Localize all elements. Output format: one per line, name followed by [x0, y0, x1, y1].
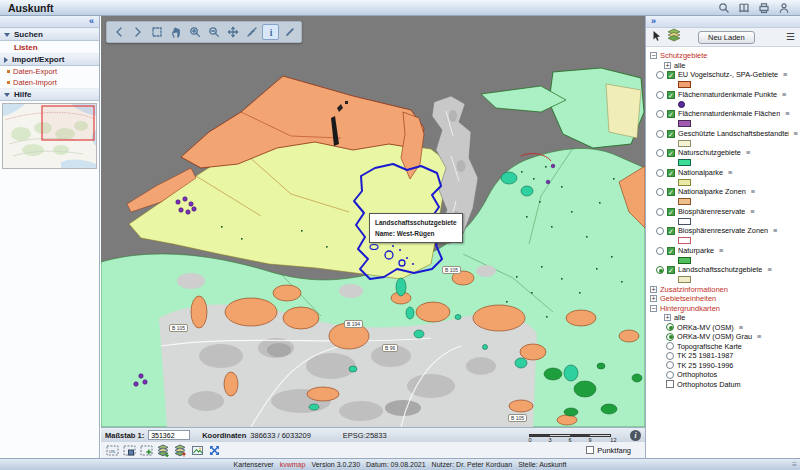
sidebar-item-daten-export[interactable]: Daten-Export [0, 66, 99, 77]
atlas-icon[interactable] [737, 1, 750, 14]
map-canvas[interactable]: i Landschaftsschutzgebiete Name: West-Rü… [101, 16, 645, 427]
full-extent-button[interactable] [148, 24, 165, 40]
layer-radio[interactable] [656, 208, 664, 216]
background-row-topografische-karte[interactable]: Topografische Karte [650, 342, 798, 352]
pan-button[interactable] [167, 24, 184, 40]
panel-collapse-button[interactable]: » [646, 16, 800, 28]
tree-header-schutzgebiete[interactable]: − Schutzgebiete [650, 51, 798, 61]
background-radio[interactable] [666, 361, 674, 369]
background-row-tk25-1981[interactable]: TK 25 1981-1987 [650, 351, 798, 361]
sidebar-collapse-button[interactable]: « [0, 16, 99, 28]
info-circle-icon[interactable]: i [630, 430, 641, 441]
layer-radio[interactable] [656, 91, 664, 99]
layer-checkbox-checked[interactable]: ✓ [667, 169, 675, 177]
overview-map[interactable] [2, 103, 97, 169]
select-all-hintergrundkarten[interactable]: + alle [650, 313, 798, 323]
background-row-orka-osm-grau[interactable]: ORKa-MV (OSM) Grau ≡ [650, 332, 798, 342]
info-button[interactable]: i [262, 24, 279, 40]
layer-menu-icon[interactable]: ≡ [773, 226, 777, 236]
print-icon[interactable] [757, 1, 770, 14]
layer-checkbox-checked[interactable]: ✓ [667, 130, 675, 138]
layer-checkbox-checked[interactable]: ✓ [667, 110, 675, 118]
layer-row-landschaftsschutzgebiete[interactable]: ✓ Landschaftsschutzgebiete ≡ [650, 265, 798, 275]
layer-row-fnd-flaechen[interactable]: ✓ Flächennaturdenkmale Flächen ≡ [650, 109, 798, 119]
add-layer-icon[interactable] [156, 444, 170, 457]
layer-menu-icon[interactable]: ≡ [728, 168, 732, 178]
layer-menu-icon[interactable]: ≡ [751, 187, 755, 197]
background-radio[interactable] [666, 371, 674, 379]
edit-button[interactable] [281, 24, 298, 40]
zoom-out-button[interactable] [205, 24, 222, 40]
layer-row-nationalparke[interactable]: ✓ Nationalparke ≡ [650, 168, 798, 178]
background-radio-selected[interactable] [666, 333, 674, 341]
sidebar-item-listen[interactable]: Listen [0, 41, 99, 53]
layer-menu-icon[interactable]: ≡ [767, 265, 771, 275]
copy-layer-icon[interactable] [173, 444, 187, 457]
layer-menu-icon[interactable]: ≡ [782, 90, 786, 100]
back-button[interactable] [110, 24, 127, 40]
layer-row-naturparke[interactable]: ✓ Naturparke ≡ [650, 246, 798, 256]
zoom-in-button[interactable] [186, 24, 203, 40]
layer-menu-icon[interactable]: ≡ [746, 148, 750, 158]
layer-checkbox-checked[interactable]: ✓ [667, 71, 675, 79]
background-radio-selected[interactable] [666, 323, 674, 331]
layer-menu-icon[interactable]: ≡ [739, 323, 743, 333]
footer-brand-link[interactable]: kvwmap [280, 461, 306, 468]
layer-menu-icon[interactable]: ≡ [757, 332, 761, 342]
sidebar-item-suchen[interactable]: Suchen [0, 28, 99, 41]
map-url-icon[interactable]: URL [105, 444, 119, 457]
expand-box-icon[interactable]: + [664, 62, 671, 69]
expand-box-icon[interactable]: + [664, 314, 671, 321]
layer-checkbox-checked[interactable]: ✓ [667, 188, 675, 196]
tree-header-gebietseinheiten[interactable]: + Gebietseinheiten [650, 294, 798, 304]
tree-header-zusatzinformationen[interactable]: + Zusatzinformationen [650, 285, 798, 295]
background-radio[interactable] [666, 342, 674, 350]
layer-radio[interactable] [656, 130, 664, 138]
resize-map-icon[interactable] [207, 444, 221, 457]
pointer-tool-icon[interactable] [651, 28, 662, 46]
layer-radio[interactable] [656, 110, 664, 118]
export-image-icon[interactable] [190, 444, 204, 457]
search-icon[interactable] [717, 1, 730, 14]
scale-input[interactable] [148, 430, 190, 440]
save-view-icon[interactable] [122, 444, 136, 457]
background-row-tk25-1990[interactable]: TK 25 1990-1996 [650, 361, 798, 371]
layer-radio[interactable] [656, 71, 664, 79]
layer-row-eu-vogelschutz[interactable]: ✓ EU Vogelschutz-, SPA-Gebiete ≡ [650, 70, 798, 80]
collapse-box-icon[interactable]: − [650, 52, 657, 59]
layers-icon[interactable] [667, 28, 681, 46]
layer-menu-icon[interactable]: ≡ [750, 207, 754, 217]
add-view-icon[interactable] [139, 444, 153, 457]
tree-header-hintergrundkarten[interactable]: − Hintergrundkarten [650, 304, 798, 314]
background-radio[interactable] [666, 352, 674, 360]
layer-checkbox-checked[interactable]: ✓ [667, 266, 675, 274]
layer-menu-icon[interactable]: ≡ [785, 109, 789, 119]
layer-menu-icon[interactable]: ≡ [783, 70, 787, 80]
forward-button[interactable] [129, 24, 146, 40]
move-extent-button[interactable] [224, 24, 241, 40]
layer-menu-icon[interactable]: ≡ [794, 129, 798, 139]
layer-radio[interactable] [656, 169, 664, 177]
background-row-orthophotos-datum[interactable]: Orthophotos Datum [650, 380, 798, 390]
resize-grip-icon[interactable]: ≡ [792, 461, 797, 469]
background-checkbox-unchecked[interactable] [666, 380, 674, 388]
select-all-schutzgebiete[interactable]: + alle [650, 61, 798, 71]
layer-menu-icon[interactable]: ≡ [719, 246, 723, 256]
layer-row-fnd-punkte[interactable]: ✓ Flächennaturdenkmale Punkte ≡ [650, 90, 798, 100]
expand-box-icon[interactable]: + [650, 295, 657, 302]
punktfang-checkbox[interactable] [586, 446, 594, 454]
sidebar-item-import-export[interactable]: Import/Export [0, 53, 99, 66]
layer-checkbox-checked[interactable]: ✓ [667, 149, 675, 157]
layer-checkbox-checked[interactable]: ✓ [667, 247, 675, 255]
layer-row-biosphaerenreservate-zonen[interactable]: ✓ Biosphärenreservate Zonen ≡ [650, 226, 798, 236]
sidebar-item-hilfe[interactable]: Hilfe [0, 88, 99, 101]
layer-row-naturschutzgebiete[interactable]: ✓ Naturschutzgebiete ≡ [650, 148, 798, 158]
layer-row-geschuetzte-lb[interactable]: ✓ Geschützte Landschaftsbestandteile ≡ [650, 129, 798, 139]
layer-checkbox-checked[interactable]: ✓ [667, 208, 675, 216]
layer-radio[interactable] [656, 227, 664, 235]
reload-button[interactable]: Neu Laden [698, 31, 755, 44]
layer-radio[interactable] [656, 247, 664, 255]
layer-checkbox-checked[interactable]: ✓ [667, 91, 675, 99]
layer-radio[interactable] [656, 188, 664, 196]
layer-row-biosphaerenreservate[interactable]: ✓ Biosphärenreservate ≡ [650, 207, 798, 217]
